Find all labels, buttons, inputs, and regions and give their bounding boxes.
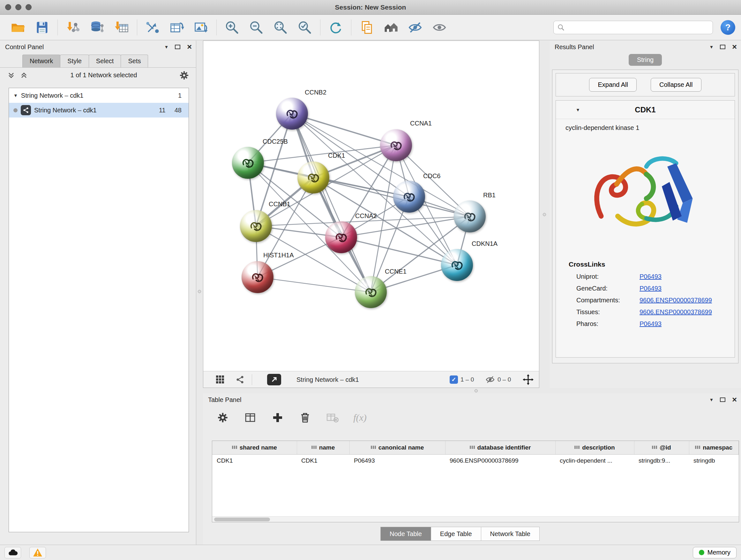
column-header[interactable]: @id [634, 441, 689, 454]
column-header[interactable]: canonical name [349, 441, 445, 454]
float-panel-icon[interactable] [720, 45, 725, 49]
export-image-button[interactable] [191, 17, 211, 37]
table-row[interactable]: CDK1 CDK1 P06493 9606.ENSP00000378699 cy… [212, 454, 739, 467]
network-canvas[interactable]: CCNB2CCNA1CDC25BCDK1CDC6RB1CCNB1CCNA2CDK… [203, 41, 539, 371]
tab-node-table[interactable]: Node Table [381, 527, 431, 541]
column-header[interactable]: name [297, 441, 349, 454]
crosslink-link[interactable]: 9606.ENSP00000378699 [639, 297, 712, 304]
network-node-ccna1[interactable] [380, 129, 412, 161]
gear-icon[interactable] [179, 71, 189, 80]
collapse-all-button[interactable]: Collapse All [651, 78, 701, 91]
zoom-selected-button[interactable] [294, 17, 315, 37]
first-neighbors-button[interactable] [381, 17, 401, 37]
network-node-cdkn1a[interactable] [441, 249, 473, 281]
import-network-database-button[interactable] [87, 17, 108, 37]
search-input[interactable] [567, 24, 709, 31]
warnings-button[interactable] [29, 547, 46, 558]
splitter-handle[interactable] [543, 213, 546, 216]
table-cell[interactable]: CDK1 [297, 454, 349, 467]
expand-all-button[interactable]: Expand All [589, 78, 636, 91]
import-table-file-button[interactable] [111, 17, 132, 37]
network-node-rb1[interactable] [454, 200, 486, 233]
function-builder-button[interactable]: f(x) [352, 409, 368, 426]
float-panel-icon[interactable] [720, 397, 725, 402]
table-cell[interactable]: P06493 [349, 454, 445, 467]
delete-table-button[interactable] [324, 409, 341, 426]
close-panel-icon[interactable]: ✕ [732, 43, 737, 51]
tab-select[interactable]: Select [89, 55, 121, 67]
crosslink-link[interactable]: P06493 [639, 320, 662, 327]
tab-string[interactable]: String [629, 54, 662, 66]
column-header[interactable]: description [555, 441, 634, 454]
help-button[interactable]: ? [721, 20, 735, 35]
section-collapse-icon[interactable]: ▼ [576, 107, 580, 112]
panel-menu-icon[interactable]: ▼ [709, 397, 714, 402]
share-view-icon[interactable] [235, 371, 245, 388]
network-row[interactable]: String Network – cdk1 11 48 [9, 103, 189, 118]
window-close-button[interactable] [5, 4, 11, 10]
panel-menu-icon[interactable]: ▼ [164, 44, 169, 50]
clone-network-button[interactable] [166, 17, 187, 37]
tab-network[interactable]: Network [22, 55, 60, 67]
column-header[interactable]: shared name [212, 441, 297, 454]
horizontal-scrollbar[interactable] [212, 516, 739, 522]
network-node-hist1h1a[interactable] [242, 261, 273, 293]
table-cell[interactable]: stringdb:9... [634, 454, 689, 467]
show-all-button[interactable] [429, 17, 450, 37]
import-network-file-button[interactable] [63, 17, 83, 37]
delete-column-button[interactable] [297, 409, 313, 426]
zoom-in-button[interactable] [222, 17, 242, 37]
crosslink-link[interactable]: P06493 [639, 273, 662, 280]
tab-sets[interactable]: Sets [121, 55, 148, 67]
results-panel-header: Results Panel ▼ ✕ [549, 41, 741, 53]
table-cell[interactable]: 9606.ENSP00000378699 [445, 454, 555, 467]
memory-button[interactable]: Memory [693, 547, 737, 558]
collapse-all-icon[interactable] [7, 71, 15, 79]
new-network-selection-button[interactable] [142, 17, 163, 37]
scrollbar-thumb[interactable] [214, 517, 270, 521]
table-cell[interactable]: CDK1 [212, 454, 297, 467]
add-column-button[interactable] [269, 409, 286, 426]
crosslink-link[interactable]: P06493 [639, 285, 662, 292]
save-session-button[interactable] [32, 17, 52, 37]
birdseye-toggle-button[interactable] [267, 374, 281, 385]
tab-style[interactable]: Style [60, 55, 89, 67]
table-cell[interactable]: stringdb [689, 454, 739, 467]
network-node-cdk1[interactable] [297, 162, 329, 193]
network-node-ccnb1[interactable] [240, 210, 272, 242]
expand-all-icon[interactable] [20, 71, 28, 79]
hide-selected-button[interactable] [405, 17, 425, 37]
refresh-layout-button[interactable] [326, 17, 346, 37]
network-node-ccna2[interactable] [325, 221, 357, 253]
network-node-ccne1[interactable] [355, 276, 387, 308]
column-header[interactable]: namespac [689, 441, 739, 454]
network-node-ccnb2[interactable] [276, 98, 308, 130]
crosslink-link[interactable]: 9606.ENSP00000378699 [639, 308, 712, 316]
zoom-out-button[interactable] [246, 17, 266, 37]
copy-style-button[interactable] [356, 17, 377, 37]
tab-network-table[interactable]: Network Table [481, 527, 540, 541]
move-tool-icon[interactable] [522, 371, 534, 388]
close-panel-icon[interactable]: ✕ [732, 396, 737, 403]
close-panel-icon[interactable]: ✕ [187, 43, 192, 51]
protein-section-header[interactable]: ▼ CDK1 [556, 101, 735, 119]
network-node-cdc25b[interactable] [232, 147, 264, 179]
splitter-handle[interactable] [475, 389, 478, 392]
window-zoom-button[interactable] [25, 4, 31, 10]
cloud-status-button[interactable] [4, 547, 21, 558]
open-session-button[interactable] [8, 17, 28, 37]
show-columns-button[interactable] [242, 409, 259, 426]
network-node-cdc6[interactable] [393, 181, 425, 212]
float-panel-icon[interactable] [175, 45, 180, 49]
network-collection-row[interactable]: ▼ String Network – cdk1 1 [9, 88, 189, 103]
zoom-fit-button[interactable] [270, 17, 291, 37]
tab-edge-table[interactable]: Edge Table [431, 527, 481, 541]
table-cell[interactable]: cyclin-dependent ... [555, 454, 634, 467]
table-settings-button[interactable] [214, 409, 231, 426]
column-header[interactable]: database identifier [445, 441, 555, 454]
collection-expand-icon[interactable]: ▼ [13, 93, 18, 98]
grid-view-icon[interactable] [215, 371, 225, 388]
window-minimize-button[interactable] [15, 4, 21, 10]
panel-menu-icon[interactable]: ▼ [709, 44, 714, 50]
splitter-handle[interactable] [198, 290, 201, 293]
